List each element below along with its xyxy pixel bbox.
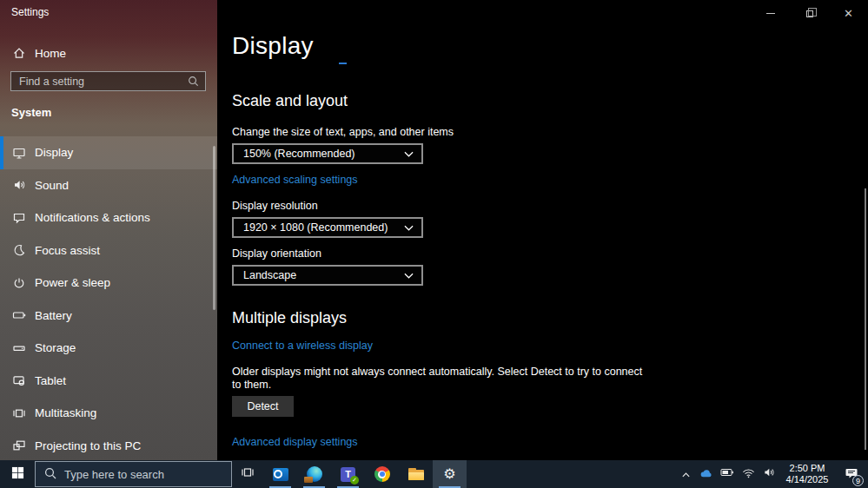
orientation-dropdown[interactable]: Landscape bbox=[232, 265, 423, 286]
chevron-down-icon bbox=[404, 273, 414, 279]
sidebar-item-notifications[interactable]: Notifications & actions bbox=[0, 201, 217, 234]
taskbar-app-chrome[interactable] bbox=[365, 460, 399, 488]
teams-status-badge: ✓ bbox=[350, 476, 359, 485]
notifications-icon bbox=[12, 211, 26, 225]
settings-sidebar: Settings Home System bbox=[0, 0, 217, 460]
settings-gear-icon: ⚙ bbox=[443, 467, 455, 481]
settings-window: Settings Home System bbox=[0, 0, 868, 460]
search-icon bbox=[44, 467, 56, 482]
taskbar-app-settings[interactable]: ⚙ bbox=[433, 460, 467, 488]
sidebar-item-display[interactable]: Display bbox=[0, 136, 217, 169]
sidebar-item-projecting[interactable]: Projecting to this PC bbox=[0, 430, 217, 461]
sidebar-nav: Display Sound bbox=[0, 136, 217, 460]
scroll-hint-dash bbox=[339, 63, 347, 64]
tablet-icon bbox=[12, 373, 26, 387]
notification-count-badge: 9 bbox=[852, 475, 864, 486]
volume-icon bbox=[763, 466, 776, 482]
close-icon: ✕ bbox=[844, 7, 853, 20]
sidebar-item-label: Tablet bbox=[35, 374, 66, 387]
sidebar-item-label: Storage bbox=[35, 341, 76, 354]
advanced-scaling-link[interactable]: Advanced scaling settings bbox=[232, 174, 358, 186]
multitasking-icon bbox=[12, 406, 26, 420]
teams-icon: T ✓ bbox=[341, 467, 355, 482]
sidebar-search-box[interactable] bbox=[10, 71, 206, 91]
resolution-dropdown-value: 1920 × 1080 (Recommended) bbox=[243, 221, 388, 234]
content-scrollbar[interactable] bbox=[865, 188, 866, 450]
file-explorer-icon bbox=[408, 468, 424, 480]
battery-icon bbox=[12, 308, 26, 322]
scale-layout-heading: Scale and layout bbox=[232, 91, 868, 110]
multiple-displays-heading: Multiple displays bbox=[232, 308, 868, 327]
taskbar-app-outlook[interactable] bbox=[263, 460, 297, 488]
volume-tray-button[interactable] bbox=[759, 460, 779, 488]
resolution-dropdown[interactable]: 1920 × 1080 (Recommended) bbox=[232, 217, 423, 238]
onedrive-tray-button[interactable] bbox=[696, 460, 717, 488]
wifi-icon bbox=[742, 466, 755, 482]
chrome-icon bbox=[374, 466, 390, 482]
sidebar-item-label: Power & sleep bbox=[35, 276, 110, 289]
sidebar-item-home[interactable]: Home bbox=[0, 41, 217, 65]
orientation-label: Display orientation bbox=[232, 247, 868, 260]
battery-status-icon bbox=[720, 466, 734, 482]
edge-work-badge bbox=[304, 477, 313, 483]
tray-overflow-button[interactable] bbox=[675, 460, 696, 488]
task-view-icon bbox=[241, 465, 255, 483]
sidebar-search-input[interactable] bbox=[11, 76, 188, 88]
taskbar-search-box[interactable]: Type here to search bbox=[35, 461, 232, 487]
sidebar-item-focus-assist[interactable]: Focus assist bbox=[0, 234, 217, 267]
sidebar-section-system: System bbox=[11, 106, 51, 119]
resolution-label: Display resolution bbox=[232, 200, 868, 213]
sidebar-item-power-sleep[interactable]: Power & sleep bbox=[0, 267, 217, 300]
focus-assist-icon bbox=[12, 243, 26, 257]
sidebar-scrollbar[interactable] bbox=[213, 146, 215, 310]
sidebar-item-label: Sound bbox=[35, 179, 69, 192]
taskbar-app-teams[interactable]: T ✓ bbox=[331, 460, 365, 488]
clock-date: 4/14/2025 bbox=[786, 474, 829, 485]
sidebar-item-label: Battery bbox=[35, 309, 72, 322]
taskbar: Type here to search T ✓ bbox=[0, 460, 868, 488]
sidebar-item-storage[interactable]: Storage bbox=[0, 332, 217, 365]
windows-logo-icon bbox=[11, 466, 24, 483]
advanced-display-settings-link[interactable]: Advanced display settings bbox=[232, 436, 358, 448]
taskbar-search-placeholder: Type here to search bbox=[64, 468, 164, 481]
onedrive-cloud-icon bbox=[699, 466, 714, 482]
window-title: Settings bbox=[11, 6, 49, 18]
taskbar-app-file-explorer[interactable] bbox=[399, 460, 433, 488]
minimize-button[interactable] bbox=[751, 0, 790, 26]
taskbar-app-edge[interactable] bbox=[297, 460, 331, 488]
wifi-tray-button[interactable] bbox=[738, 460, 759, 488]
sidebar-item-multitasking[interactable]: Multitasking bbox=[0, 397, 217, 430]
task-view-button[interactable] bbox=[232, 460, 263, 488]
detect-help-text: Older displays might not always connect … bbox=[232, 366, 647, 392]
restore-button[interactable] bbox=[790, 0, 829, 26]
chevron-down-icon bbox=[404, 151, 414, 157]
power-icon bbox=[12, 276, 26, 290]
start-button[interactable] bbox=[0, 460, 35, 488]
projecting-icon bbox=[12, 439, 26, 452]
scale-dropdown-value: 150% (Recommended) bbox=[243, 148, 355, 160]
close-button[interactable]: ✕ bbox=[829, 0, 868, 26]
detect-button[interactable]: Detect bbox=[232, 396, 294, 417]
sidebar-item-label: Multitasking bbox=[35, 406, 96, 419]
settings-app-screen: Settings Home System bbox=[0, 0, 868, 488]
orientation-dropdown-value: Landscape bbox=[243, 269, 296, 281]
battery-tray-button[interactable] bbox=[717, 460, 738, 488]
sidebar-item-label: Display bbox=[35, 146, 73, 159]
taskbar-spacer bbox=[467, 460, 675, 488]
taskbar-clock[interactable]: 2:50 PM 4/14/2025 bbox=[779, 460, 835, 488]
sidebar-item-tablet[interactable]: Tablet bbox=[0, 365, 217, 398]
restore-icon bbox=[806, 10, 813, 17]
home-icon bbox=[12, 46, 26, 60]
scale-dropdown[interactable]: 150% (Recommended) bbox=[232, 143, 423, 164]
window-controls: ✕ bbox=[751, 0, 868, 26]
sidebar-item-battery[interactable]: Battery bbox=[0, 300, 217, 333]
notification-center-button[interactable]: 9 bbox=[835, 460, 868, 488]
sound-icon bbox=[12, 178, 26, 192]
system-tray: 2:50 PM 4/14/2025 9 bbox=[675, 460, 868, 488]
sidebar-item-label: Notifications & actions bbox=[35, 211, 150, 224]
sidebar-item-sound[interactable]: Sound bbox=[0, 169, 217, 202]
storage-icon bbox=[12, 341, 26, 355]
connect-wireless-display-link[interactable]: Connect to a wireless display bbox=[232, 340, 373, 352]
scale-size-label: Change the size of text, apps, and other… bbox=[232, 126, 868, 139]
search-icon bbox=[188, 76, 199, 87]
